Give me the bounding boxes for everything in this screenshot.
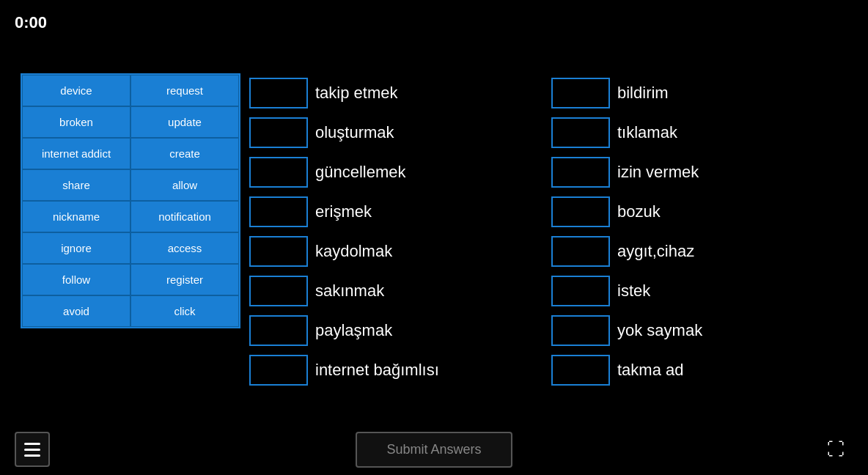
left-match-row-4: kaydolmak — [249, 232, 551, 271]
right-answer-box-4[interactable] — [551, 236, 610, 267]
word-btn-click[interactable]: click — [130, 295, 239, 327]
right-match-label-7: takma ad — [617, 361, 684, 380]
left-answer-box-0[interactable] — [249, 78, 308, 108]
word-btn-internet-addict[interactable]: internet addict — [22, 138, 130, 169]
word-btn-device[interactable]: device — [22, 75, 130, 106]
word-btn-allow[interactable]: allow — [130, 169, 239, 201]
word-btn-ignore[interactable]: ignore — [22, 232, 130, 264]
right-match-label-1: tıklamak — [617, 123, 677, 142]
word-btn-avoid[interactable]: avoid — [22, 295, 130, 327]
right-answer-box-3[interactable] — [551, 196, 610, 227]
left-match-label-2: güncellemek — [315, 163, 406, 182]
match-area: takip etmekoluşturmakgüncellemekerişmekk… — [249, 73, 853, 390]
right-match-row-1: tıklamak — [551, 113, 853, 152]
left-match-label-1: oluşturmak — [315, 123, 394, 142]
left-match-label-3: erişmek — [315, 202, 372, 221]
right-match-row-6: yok saymak — [551, 311, 853, 350]
word-btn-notification[interactable]: notification — [130, 201, 239, 232]
word-btn-share[interactable]: share — [22, 169, 130, 201]
left-match-label-6: paylaşmak — [315, 321, 392, 340]
left-match-row-7: internet bağımlısı — [249, 350, 551, 390]
right-match-label-6: yok saymak — [617, 321, 702, 340]
bottom-bar: Submit Answers ⛶ — [0, 424, 868, 475]
right-match-label-3: bozuk — [617, 202, 661, 221]
left-answer-box-3[interactable] — [249, 196, 308, 227]
word-btn-register[interactable]: register — [130, 264, 239, 295]
left-match-row-5: sakınmak — [249, 271, 551, 311]
right-match-label-5: istek — [617, 281, 650, 301]
right-match-row-7: takma ad — [551, 350, 853, 390]
right-match-label-2: izin vermek — [617, 163, 699, 182]
word-btn-broken[interactable]: broken — [22, 106, 130, 138]
timer: 0:00 — [15, 13, 47, 32]
fullscreen-icon: ⛶ — [827, 441, 845, 458]
menu-icon — [24, 443, 40, 457]
left-match-column: takip etmekoluşturmakgüncellemekerişmekk… — [249, 73, 551, 390]
word-btn-access[interactable]: access — [130, 232, 239, 264]
left-answer-box-4[interactable] — [249, 236, 308, 267]
left-match-row-6: paylaşmak — [249, 311, 551, 350]
right-answer-box-1[interactable] — [551, 117, 610, 148]
left-match-row-0: takip etmek — [249, 73, 551, 113]
right-match-row-0: bildirim — [551, 73, 853, 113]
right-answer-box-5[interactable] — [551, 276, 610, 306]
left-match-label-5: sakınmak — [315, 281, 384, 301]
right-match-label-0: bildirim — [617, 84, 669, 103]
word-bank: devicerequestbrokenupdateinternet addict… — [21, 73, 240, 328]
right-match-column: bildirimtıklamakizin vermekbozukaygıt,ci… — [551, 73, 853, 390]
left-match-label-7: internet bağımlısı — [315, 361, 439, 380]
right-match-row-2: izin vermek — [551, 152, 853, 192]
word-btn-nickname[interactable]: nickname — [22, 201, 130, 232]
word-btn-request[interactable]: request — [130, 75, 239, 106]
right-match-row-4: aygıt,cihaz — [551, 232, 853, 271]
left-match-row-2: güncellemek — [249, 152, 551, 192]
left-answer-box-1[interactable] — [249, 117, 308, 148]
right-answer-box-0[interactable] — [551, 78, 610, 108]
left-match-row-1: oluşturmak — [249, 113, 551, 152]
right-answer-box-6[interactable] — [551, 315, 610, 346]
fullscreen-button[interactable]: ⛶ — [818, 432, 853, 467]
right-answer-box-2[interactable] — [551, 157, 610, 188]
submit-button[interactable]: Submit Answers — [356, 432, 512, 468]
menu-button[interactable] — [15, 432, 50, 467]
left-answer-box-5[interactable] — [249, 276, 308, 306]
left-match-label-4: kaydolmak — [315, 242, 392, 261]
left-answer-box-7[interactable] — [249, 355, 308, 386]
right-match-row-5: istek — [551, 271, 853, 311]
right-match-row-3: bozuk — [551, 192, 853, 232]
word-btn-create[interactable]: create — [130, 138, 239, 169]
right-match-label-4: aygıt,cihaz — [617, 242, 694, 261]
word-btn-follow[interactable]: follow — [22, 264, 130, 295]
left-answer-box-2[interactable] — [249, 157, 308, 188]
left-match-label-0: takip etmek — [315, 84, 398, 103]
left-match-row-3: erişmek — [249, 192, 551, 232]
left-answer-box-6[interactable] — [249, 315, 308, 346]
right-answer-box-7[interactable] — [551, 355, 610, 386]
word-btn-update[interactable]: update — [130, 106, 239, 138]
